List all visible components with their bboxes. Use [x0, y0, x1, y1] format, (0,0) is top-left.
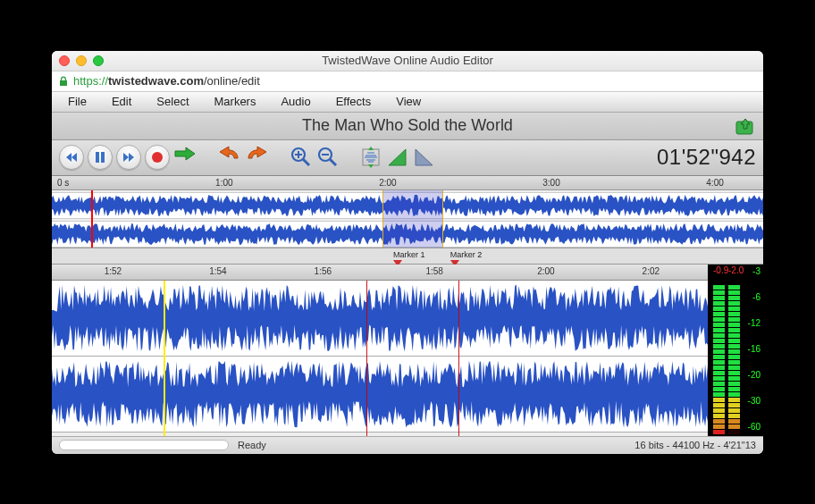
zoom-channel-left — [52, 281, 708, 357]
minimize-icon[interactable] — [76, 55, 87, 66]
audio-format-info: 16 bits - 44100 Hz - 4'21"13 — [634, 440, 756, 450]
svg-rect-1 — [96, 152, 99, 163]
titlebar[interactable]: TwistedWave Online Audio Editor — [52, 51, 763, 71]
fit-vertical-button[interactable] — [359, 146, 382, 169]
meter-scale: -3 -6 -12 -16 -20 -30 -60 — [744, 266, 761, 434]
toolbar: 01'52"942 — [52, 140, 763, 176]
svg-line-9 — [330, 159, 336, 165]
window-title: TwistedWave Online Audio Editor — [322, 54, 493, 67]
address-bar[interactable]: https://twistedwave.com/online/edit — [52, 71, 763, 92]
menu-bar: File Edit Select Markers Audio Effects V… — [52, 92, 763, 113]
meter-right: -2.0 — [728, 266, 740, 434]
zoom-tracks[interactable]: 1:52 1:54 1:56 1:58 2:00 2:02 — [52, 265, 708, 436]
menu-select[interactable]: Select — [156, 95, 189, 108]
horizontal-scrollbar[interactable] — [59, 440, 229, 450]
overview-waveform[interactable] — [52, 190, 763, 248]
url-text: https://twistedwave.com/online/edit — [73, 74, 260, 88]
menu-audio[interactable]: Audio — [281, 95, 310, 108]
fade-out-button[interactable] — [413, 146, 436, 169]
svg-line-5 — [303, 159, 309, 165]
zoom-out-button[interactable] — [316, 146, 340, 169]
document-title: The Man Who Sold the World — [302, 116, 513, 135]
svg-point-3 — [152, 152, 163, 163]
menu-markers[interactable]: Markers — [214, 95, 256, 108]
overview-playhead[interactable] — [91, 190, 93, 248]
rewind-button[interactable] — [59, 145, 84, 170]
marker-row[interactable]: Marker 1 Marker 2 — [52, 248, 763, 265]
menu-effects[interactable]: Effects — [336, 95, 372, 108]
record-button[interactable] — [145, 145, 170, 170]
maximize-icon[interactable] — [93, 55, 104, 66]
forward-button[interactable] — [116, 145, 141, 170]
menu-file[interactable]: File — [68, 95, 87, 108]
lock-icon — [59, 76, 68, 87]
app-window: TwistedWave Online Audio Editor https://… — [52, 51, 763, 454]
menu-edit[interactable]: Edit — [112, 95, 131, 108]
svg-rect-2 — [101, 152, 105, 163]
overview-ruler[interactable]: 0 s 1:00 2:00 3:00 4:00 — [52, 176, 763, 190]
status-bar: Ready 16 bits - 44100 Hz - 4'21"13 — [52, 436, 763, 454]
status-text: Ready — [238, 440, 266, 450]
redo-button[interactable] — [245, 147, 270, 168]
document-title-bar: The Man Who Sold the World — [52, 113, 763, 140]
menu-view[interactable]: View — [396, 95, 421, 108]
zoom-ruler[interactable]: 1:52 1:54 1:56 1:58 2:00 2:02 — [52, 265, 708, 281]
main-area: 1:52 1:54 1:56 1:58 2:00 2:02 -0.9 -2.0 — [52, 265, 763, 436]
meter-left: -0.9 — [713, 266, 725, 434]
play-icon[interactable] — [173, 145, 197, 163]
window-controls — [59, 55, 104, 66]
close-icon[interactable] — [59, 55, 70, 66]
zoom-marker-2-line[interactable] — [458, 281, 459, 436]
zoom-cursor[interactable] — [164, 281, 165, 436]
zoom-channel-right — [52, 357, 708, 433]
overview-selection[interactable] — [382, 190, 443, 248]
save-icon[interactable] — [735, 116, 756, 136]
level-meters: -0.9 -2.0 -3 -6 -12 -16 -20 -30 -60 — [708, 265, 763, 436]
fade-in-button[interactable] — [386, 146, 409, 169]
zoom-marker-1-line[interactable] — [366, 281, 367, 436]
pause-button[interactable] — [88, 145, 113, 170]
zoom-in-button[interactable] — [290, 146, 313, 169]
timecode-display: 01'52"942 — [657, 145, 756, 170]
undo-button[interactable] — [216, 147, 241, 168]
